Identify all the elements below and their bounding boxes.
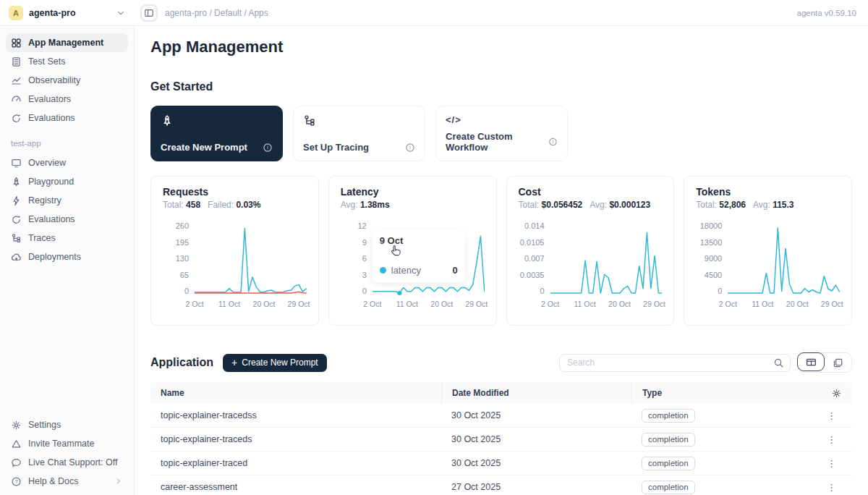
- info-icon[interactable]: i: [405, 143, 415, 153]
- sidebar-item-live-chat[interactable]: Live Chat Support: Off: [6, 453, 128, 472]
- table-row[interactable]: topic-explainer-traceds 30 Oct 2025 comp…: [150, 428, 852, 452]
- test-sets-icon: [11, 56, 22, 67]
- latency-chart-card: Latency Avg: 1.38ms 1296302 Oct11 Oct20 …: [328, 176, 497, 326]
- plus-icon: +: [231, 357, 237, 368]
- sidebar-item-label: Live Chat Support: Off: [28, 457, 117, 468]
- sidebar-item-label: Invite Teammate: [28, 439, 94, 449]
- sidebar-item-label: Observability: [28, 75, 80, 85]
- sidebar-item-label: Overview: [28, 158, 66, 168]
- card-label: Create New Prompt: [161, 142, 247, 153]
- sidebar-toggle-icon: [144, 8, 154, 18]
- sidebar-toggle-button[interactable]: [140, 4, 158, 22]
- app-name: topic-explainer-traced: [150, 458, 441, 468]
- sidebar-item-label: Settings: [28, 420, 61, 430]
- breadcrumb: agenta-pro / Default / Apps: [165, 8, 268, 18]
- sidebar-item-traces[interactable]: Traces: [6, 229, 128, 248]
- svg-text:i: i: [553, 139, 553, 144]
- app-date-modified: 30 Oct 2025: [441, 458, 631, 468]
- type-badge: completion: [642, 457, 695, 470]
- rocket-icon: [11, 177, 22, 187]
- application-heading: Application: [150, 356, 213, 369]
- sidebar-item-evaluators[interactable]: Evaluators: [6, 90, 128, 109]
- question-circle-icon: ?: [11, 476, 22, 487]
- lightning-icon: [11, 195, 22, 206]
- gear-icon: [11, 420, 22, 431]
- workspace-name: agenta-pro: [29, 8, 110, 18]
- column-header-name[interactable]: Name: [150, 382, 441, 404]
- button-label: Create New Prompt: [242, 358, 318, 368]
- app-name: topic-explainer-traceds: [150, 434, 441, 444]
- grid-icon: [11, 38, 22, 48]
- sidebar-item-label: Registry: [28, 195, 61, 206]
- sidebar-item-overview[interactable]: Overview: [6, 153, 128, 172]
- tokens-chart[interactable]: 18000135009000450002 Oct11 Oct20 Oct29 O…: [696, 221, 840, 311]
- version-label: agenta v0.59.10: [797, 9, 857, 17]
- app-name: topic-explainer-tracedss: [150, 410, 441, 420]
- sidebar-item-observability[interactable]: Observability: [6, 71, 128, 90]
- search-icon[interactable]: [773, 358, 784, 368]
- workspace-switcher[interactable]: A agenta-pro: [0, 6, 135, 20]
- rocket-icon: [161, 114, 174, 127]
- sidebar-item-test-sets[interactable]: Test Sets: [6, 52, 128, 71]
- get-started-heading: Get Started: [150, 80, 852, 93]
- sidebar-item-playground[interactable]: Playground: [6, 172, 128, 191]
- sidebar-item-registry[interactable]: Registry: [6, 191, 128, 210]
- requests-chart[interactable]: 2601951306502 Oct11 Oct20 Oct29 Oct: [163, 221, 307, 311]
- create-custom-workflow-card[interactable]: </> Create Custom Workflow i: [435, 106, 568, 161]
- table-view-button[interactable]: [797, 352, 825, 371]
- sidebar-item-evaluations[interactable]: Evaluations: [6, 109, 128, 127]
- row-menu-icon[interactable]: ⋮: [827, 435, 836, 444]
- sidebar-item-label: Traces: [28, 233, 56, 243]
- info-icon[interactable]: i: [263, 143, 273, 153]
- refresh-icon: [11, 214, 22, 225]
- sidebar-item-label: Evaluations: [28, 214, 75, 224]
- applications-table: Name Date Modified Type topic-explainer-…: [150, 382, 852, 495]
- set-up-tracing-card[interactable]: Set Up Tracing i: [293, 106, 425, 161]
- row-menu-icon[interactable]: ⋮: [827, 483, 836, 492]
- app-name: career-assessment: [150, 482, 441, 492]
- column-header-date-modified[interactable]: Date Modified: [441, 382, 631, 404]
- svg-text:?: ?: [14, 478, 17, 485]
- get-started-cards: Create New Prompt i Set Up Tracing i </>…: [150, 106, 852, 161]
- chart-title: Requests: [163, 186, 307, 198]
- sidebar-item-label: App Management: [28, 38, 103, 48]
- app-date-modified: 30 Oct 2025: [441, 434, 631, 444]
- sidebar-item-settings[interactable]: Settings: [6, 415, 128, 434]
- card-view-button[interactable]: [824, 353, 851, 372]
- create-new-prompt-button[interactable]: + Create New Prompt: [223, 354, 327, 372]
- chart-stats: Total: 458 Failed: 0.03%: [163, 200, 307, 210]
- card-view-icon: [833, 358, 843, 368]
- sidebar-item-invite-teammate[interactable]: Invite Teammate: [6, 434, 128, 453]
- chart-title: Latency: [341, 186, 485, 198]
- svg-text:i: i: [409, 145, 411, 150]
- table-settings-gear-icon[interactable]: [831, 388, 842, 399]
- column-header-type[interactable]: Type: [631, 382, 788, 404]
- chart-title: Tokens: [696, 186, 840, 198]
- row-menu-icon[interactable]: ⋮: [827, 411, 836, 420]
- code-icon: </>: [446, 114, 459, 127]
- search-input[interactable]: [559, 354, 791, 372]
- requests-chart-card: Requests Total: 458 Failed: 0.03% 260195…: [150, 176, 319, 326]
- sidebar-item-deployments[interactable]: Deployments: [6, 248, 128, 266]
- sidebar-item-app-management[interactable]: App Management: [6, 33, 128, 52]
- table-row[interactable]: topic-explainer-traced 30 Oct 2025 compl…: [150, 452, 852, 475]
- table-header-row: Name Date Modified Type: [150, 382, 852, 404]
- cost-chart[interactable]: 0.0140.01050.0070.003502 Oct11 Oct20 Oct…: [519, 221, 663, 311]
- chat-bubble-icon: [11, 457, 22, 468]
- tree-icon: [11, 233, 22, 244]
- chart-tooltip: 9 Oct latency 0: [373, 230, 465, 282]
- info-icon[interactable]: i: [548, 137, 558, 147]
- triangle-icon: [11, 439, 22, 449]
- create-new-prompt-card[interactable]: Create New Prompt i: [150, 106, 283, 161]
- chevron-right-icon: [114, 477, 123, 486]
- row-menu-icon[interactable]: ⋮: [827, 459, 836, 468]
- sidebar-item-evaluations-project[interactable]: Evaluations: [6, 210, 128, 229]
- sidebar-item-help-docs[interactable]: ? Help & Docs: [6, 472, 128, 491]
- mouse-cursor-icon: [390, 245, 402, 258]
- metric-charts: Requests Total: 458 Failed: 0.03% 260195…: [150, 176, 852, 326]
- table-row[interactable]: career-assessment 27 Oct 2025 completion…: [150, 475, 852, 495]
- app-date-modified: 30 Oct 2025: [441, 410, 631, 420]
- gauge-icon: [11, 94, 22, 105]
- cloud-icon: [11, 252, 22, 263]
- table-row[interactable]: topic-explainer-tracedss 30 Oct 2025 com…: [150, 404, 852, 428]
